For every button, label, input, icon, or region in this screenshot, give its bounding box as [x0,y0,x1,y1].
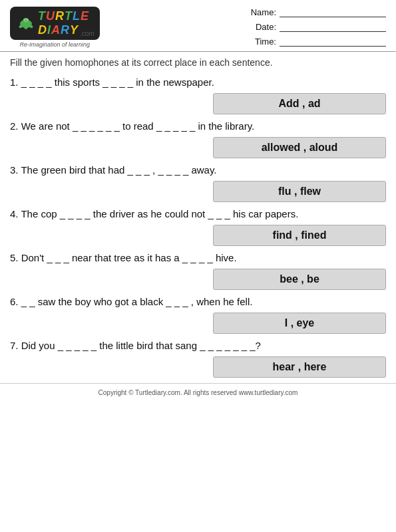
q6-answer: I , eye [285,317,314,329]
q3-answer: flu , flew [278,186,321,197]
q3-number: 3. [10,164,19,176]
q2-answer: allowed , aloud [262,142,338,153]
q6-number: 6. [10,296,19,307]
logo-area: T U R T L E D I A R Y .com Re-Imaginatio… [10,7,100,48]
logo-letter-e: E [81,9,89,23]
q1-answer: Add , ad [278,98,320,109]
svg-point-10 [24,19,25,20]
questions-content: 1. _ _ _ _ this sports _ _ _ _ in the ne… [0,74,396,378]
footer: Copyright © Turtlediary.com. All rights … [0,383,396,400]
time-label: Time: [250,37,276,47]
q7-number: 7. [10,340,19,351]
q4-answer: find , fined [273,229,327,241]
svg-point-2 [23,18,28,23]
q2-body: We are not _ _ _ _ _ _ to read _ _ _ _ _… [21,120,255,132]
question-1-text: 1. _ _ _ _ this sports _ _ _ _ in the ne… [10,74,386,90]
turtle-icon [15,14,37,33]
q7-answer: hear , here [273,361,327,372]
q2-answer-box: allowed , aloud [213,137,386,158]
question-2-text: 2. We are not _ _ _ _ _ _ to read _ _ _ … [10,118,386,134]
header: T U R T L E D I A R Y .com Re-Imaginatio… [0,0,396,51]
logo-com: .com [80,30,95,37]
svg-point-11 [27,19,28,20]
form-fields: Name: Date: Time: [250,7,386,47]
q7-body: Did you _ _ _ _ _ the little bird that s… [21,340,261,351]
q5-answer-box: bee , be [213,269,386,290]
q1-number: 1. [10,76,19,88]
logo-letter-r: R [55,9,65,23]
svg-point-7 [24,27,27,29]
q4-answer-box: find , fined [213,225,386,246]
instructions-text: Fill the given homophones at its correct… [10,57,273,68]
logo-letter-u: U [46,9,55,23]
question-4-text: 4. The cop _ _ _ _ the driver as he coul… [10,206,386,222]
question-1: 1. _ _ _ _ this sports _ _ _ _ in the ne… [10,74,386,114]
date-line [280,21,386,32]
question-7: 7. Did you _ _ _ _ _ the little bird tha… [10,338,386,378]
q5-body: Don't _ _ _ near that tree as it has a _… [21,252,237,263]
time-line [280,36,386,47]
logo-letter-a: A [51,23,61,37]
q1-answer-box: Add , ad [213,93,386,114]
question-4: 4. The cop _ _ _ _ the driver as he coul… [10,206,386,246]
q2-number: 2. [10,120,19,132]
name-row: Name: [250,7,386,17]
name-label: Name: [250,7,276,17]
q6-answer-box: I , eye [213,313,386,334]
q7-answer-box: hear , here [213,356,386,378]
q5-answer: bee , be [280,273,319,285]
q4-body: The cop _ _ _ _ the driver as he could n… [21,208,298,219]
footer-text: Copyright © Turtlediary.com. All rights … [99,389,298,396]
question-5: 5. Don't _ _ _ near that tree as it has … [10,250,386,290]
q4-number: 4. [10,208,19,219]
instructions: Fill the given homophones at its correct… [0,51,396,74]
question-5-text: 5. Don't _ _ _ near that tree as it has … [10,250,386,266]
question-7-text: 7. Did you _ _ _ _ _ the little bird tha… [10,338,386,354]
q3-body: The green bird that had _ _ _ , _ _ _ _ … [21,164,216,176]
logo-letter-t2: T [65,9,73,23]
date-label: Date: [250,22,276,32]
logo-letter-t: T [38,9,46,23]
question-6: 6. _ _ saw the boy who got a black _ _ _… [10,294,386,334]
q1-body: _ _ _ _ this sports _ _ _ _ in the newsp… [21,76,214,88]
logo-letter-d: D [38,23,47,37]
logo-letter-y: Y [70,23,79,37]
q3-answer-box: flu , flew [213,181,386,202]
q5-number: 5. [10,252,19,263]
logo-box: T U R T L E D I A R Y .com [10,7,100,40]
logo-letter-l: L [73,9,81,23]
question-3-text: 3. The green bird that had _ _ _ , _ _ _… [10,162,386,178]
q6-body: _ _ saw the boy who got a black _ _ _ , … [21,296,253,307]
name-line [280,7,386,17]
date-row: Date: [250,21,386,32]
question-6-text: 6. _ _ saw the boy who got a black _ _ _… [10,294,386,310]
question-3: 3. The green bird that had _ _ _ , _ _ _… [10,162,386,202]
time-row: Time: [250,36,386,47]
logo-letter-r2: R [61,23,70,37]
logo-tagline: Re-Imagination of learning [20,41,91,48]
question-2: 2. We are not _ _ _ _ _ _ to read _ _ _ … [10,118,386,158]
